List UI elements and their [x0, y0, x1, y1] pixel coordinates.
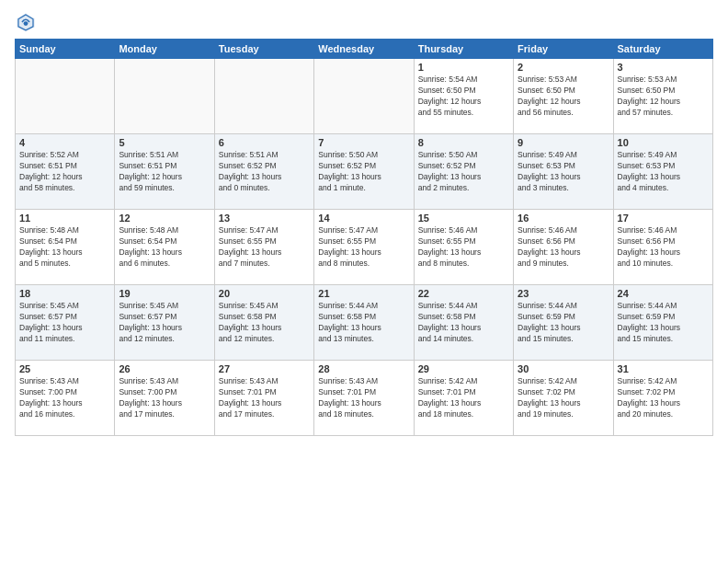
day-number: 11: [19, 213, 110, 224]
day-number: 4: [19, 137, 110, 148]
day-number: 24: [618, 288, 709, 299]
day-number: 28: [318, 363, 409, 374]
weekday-sunday: Sunday: [16, 40, 115, 59]
day-number: 17: [618, 213, 709, 224]
day-info: Sunrise: 5:48 AM Sunset: 6:54 PM Dayligh…: [19, 225, 110, 270]
calendar-cell: 13Sunrise: 5:47 AM Sunset: 6:55 PM Dayli…: [214, 210, 313, 285]
day-info: Sunrise: 5:42 AM Sunset: 7:01 PM Dayligh…: [418, 376, 509, 420]
calendar-cell: 5Sunrise: 5:51 AM Sunset: 6:51 PM Daylig…: [115, 134, 214, 210]
day-info: Sunrise: 5:48 AM Sunset: 6:54 PM Dayligh…: [119, 225, 210, 270]
calendar-cell: 14Sunrise: 5:47 AM Sunset: 6:55 PM Dayli…: [314, 210, 414, 285]
calendar-cell: 31Sunrise: 5:42 AM Sunset: 7:02 PM Dayli…: [613, 361, 712, 436]
weekday-friday: Friday: [514, 40, 613, 59]
calendar-cell: 9Sunrise: 5:49 AM Sunset: 6:53 PM Daylig…: [514, 134, 613, 210]
day-number: 6: [219, 137, 310, 148]
calendar-cell: 18Sunrise: 5:45 AM Sunset: 6:57 PM Dayli…: [16, 285, 115, 361]
calendar-cell: 3Sunrise: 5:53 AM Sunset: 6:50 PM Daylig…: [613, 59, 712, 134]
day-info: Sunrise: 5:51 AM Sunset: 6:51 PM Dayligh…: [119, 150, 210, 194]
svg-point-2: [24, 21, 28, 26]
day-info: Sunrise: 5:47 AM Sunset: 6:55 PM Dayligh…: [219, 225, 310, 270]
day-number: 14: [318, 213, 409, 224]
calendar-cell: [16, 59, 115, 134]
calendar-cell: 29Sunrise: 5:42 AM Sunset: 7:01 PM Dayli…: [414, 361, 513, 436]
day-number: 5: [119, 137, 210, 148]
day-info: Sunrise: 5:47 AM Sunset: 6:55 PM Dayligh…: [318, 225, 409, 270]
day-info: Sunrise: 5:53 AM Sunset: 6:50 PM Dayligh…: [618, 75, 709, 119]
day-number: 20: [219, 288, 310, 299]
calendar-cell: 2Sunrise: 5:53 AM Sunset: 6:50 PM Daylig…: [514, 59, 613, 134]
day-number: 1: [418, 62, 509, 73]
day-number: 31: [618, 363, 709, 374]
day-info: Sunrise: 5:52 AM Sunset: 6:51 PM Dayligh…: [19, 150, 110, 194]
calendar-cell: 22Sunrise: 5:44 AM Sunset: 6:58 PM Dayli…: [414, 285, 513, 361]
day-info: Sunrise: 5:49 AM Sunset: 6:53 PM Dayligh…: [618, 150, 709, 194]
calendar-cell: 8Sunrise: 5:50 AM Sunset: 6:52 PM Daylig…: [414, 134, 513, 210]
day-info: Sunrise: 5:44 AM Sunset: 6:58 PM Dayligh…: [318, 301, 409, 345]
calendar-cell: [214, 59, 313, 134]
day-info: Sunrise: 5:43 AM Sunset: 7:01 PM Dayligh…: [318, 376, 409, 420]
calendar-cell: [115, 59, 214, 134]
day-number: 27: [219, 363, 310, 374]
day-number: 19: [119, 288, 210, 299]
calendar-cell: 1Sunrise: 5:54 AM Sunset: 6:50 PM Daylig…: [414, 59, 513, 134]
day-number: 12: [119, 213, 210, 224]
calendar-week-4: 18Sunrise: 5:45 AM Sunset: 6:57 PM Dayli…: [16, 285, 713, 361]
day-number: 13: [219, 213, 310, 224]
day-number: 10: [618, 137, 709, 148]
calendar-cell: 12Sunrise: 5:48 AM Sunset: 6:54 PM Dayli…: [115, 210, 214, 285]
calendar-cell: 10Sunrise: 5:49 AM Sunset: 6:53 PM Dayli…: [613, 134, 712, 210]
day-info: Sunrise: 5:45 AM Sunset: 6:57 PM Dayligh…: [119, 301, 210, 345]
calendar-cell: 7Sunrise: 5:50 AM Sunset: 6:52 PM Daylig…: [314, 134, 414, 210]
calendar-cell: 30Sunrise: 5:42 AM Sunset: 7:02 PM Dayli…: [514, 361, 613, 436]
day-info: Sunrise: 5:45 AM Sunset: 6:57 PM Dayligh…: [19, 301, 110, 345]
weekday-wednesday: Wednesday: [314, 40, 414, 59]
day-info: Sunrise: 5:45 AM Sunset: 6:58 PM Dayligh…: [219, 301, 310, 345]
calendar-week-3: 11Sunrise: 5:48 AM Sunset: 6:54 PM Dayli…: [16, 210, 713, 285]
calendar-cell: 27Sunrise: 5:43 AM Sunset: 7:01 PM Dayli…: [214, 361, 313, 436]
day-number: 29: [418, 363, 509, 374]
day-number: 8: [418, 137, 509, 148]
day-info: Sunrise: 5:44 AM Sunset: 6:58 PM Dayligh…: [418, 301, 509, 345]
calendar-cell: 23Sunrise: 5:44 AM Sunset: 6:59 PM Dayli…: [514, 285, 613, 361]
day-info: Sunrise: 5:50 AM Sunset: 6:52 PM Dayligh…: [418, 150, 509, 194]
day-number: 9: [518, 137, 609, 148]
calendar-cell: 11Sunrise: 5:48 AM Sunset: 6:54 PM Dayli…: [16, 210, 115, 285]
calendar-cell: 20Sunrise: 5:45 AM Sunset: 6:58 PM Dayli…: [214, 285, 313, 361]
day-info: Sunrise: 5:46 AM Sunset: 6:56 PM Dayligh…: [618, 225, 709, 270]
day-info: Sunrise: 5:49 AM Sunset: 6:53 PM Dayligh…: [518, 150, 609, 194]
day-number: 18: [19, 288, 110, 299]
weekday-saturday: Saturday: [613, 40, 712, 59]
weekday-header-row: SundayMondayTuesdayWednesdayThursdayFrid…: [16, 40, 713, 59]
day-number: 30: [518, 363, 609, 374]
calendar: SundayMondayTuesdayWednesdayThursdayFrid…: [15, 39, 713, 436]
weekday-monday: Monday: [115, 40, 214, 59]
calendar-cell: 28Sunrise: 5:43 AM Sunset: 7:01 PM Dayli…: [314, 361, 414, 436]
calendar-cell: 4Sunrise: 5:52 AM Sunset: 6:51 PM Daylig…: [16, 134, 115, 210]
calendar-cell: 25Sunrise: 5:43 AM Sunset: 7:00 PM Dayli…: [16, 361, 115, 436]
calendar-cell: 17Sunrise: 5:46 AM Sunset: 6:56 PM Dayli…: [613, 210, 712, 285]
day-info: Sunrise: 5:43 AM Sunset: 7:01 PM Dayligh…: [219, 376, 310, 420]
day-number: 15: [418, 213, 509, 224]
calendar-cell: 6Sunrise: 5:51 AM Sunset: 6:52 PM Daylig…: [214, 134, 313, 210]
day-number: 16: [518, 213, 609, 224]
weekday-thursday: Thursday: [414, 40, 513, 59]
calendar-cell: [314, 59, 414, 134]
calendar-cell: 16Sunrise: 5:46 AM Sunset: 6:56 PM Dayli…: [514, 210, 613, 285]
day-number: 2: [518, 62, 609, 73]
day-info: Sunrise: 5:50 AM Sunset: 6:52 PM Dayligh…: [318, 150, 409, 194]
day-number: 26: [119, 363, 210, 374]
day-info: Sunrise: 5:44 AM Sunset: 6:59 PM Dayligh…: [618, 301, 709, 345]
calendar-cell: 21Sunrise: 5:44 AM Sunset: 6:58 PM Dayli…: [314, 285, 414, 361]
day-info: Sunrise: 5:54 AM Sunset: 6:50 PM Dayligh…: [418, 75, 509, 119]
day-number: 23: [518, 288, 609, 299]
calendar-cell: 26Sunrise: 5:43 AM Sunset: 7:00 PM Dayli…: [115, 361, 214, 436]
calendar-cell: 15Sunrise: 5:46 AM Sunset: 6:55 PM Dayli…: [414, 210, 513, 285]
logo-icon: [15, 11, 37, 33]
day-info: Sunrise: 5:53 AM Sunset: 6:50 PM Dayligh…: [518, 75, 609, 119]
calendar-week-2: 4Sunrise: 5:52 AM Sunset: 6:51 PM Daylig…: [16, 134, 713, 210]
day-info: Sunrise: 5:43 AM Sunset: 7:00 PM Dayligh…: [119, 376, 210, 420]
day-number: 21: [318, 288, 409, 299]
weekday-tuesday: Tuesday: [214, 40, 313, 59]
logo: [15, 11, 40, 33]
day-info: Sunrise: 5:42 AM Sunset: 7:02 PM Dayligh…: [618, 376, 709, 420]
